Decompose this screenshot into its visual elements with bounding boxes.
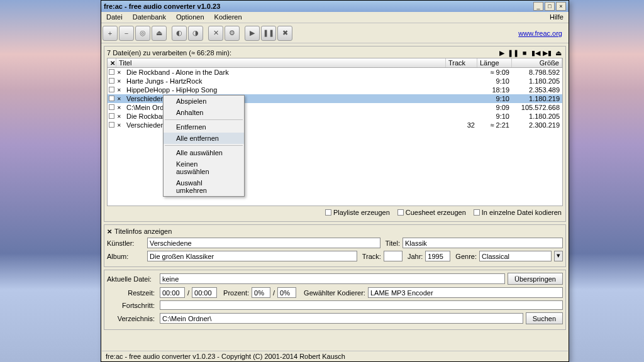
settings-icon[interactable]: ✕ (208, 26, 223, 41)
track-input[interactable] (384, 251, 402, 261)
progress-label: Fortschritt: (107, 302, 157, 309)
cm-remove[interactable]: Entfernen (164, 121, 244, 133)
album-input[interactable] (147, 251, 357, 261)
track-label: Track: (362, 253, 381, 260)
row-remove-icon[interactable]: ✕ (116, 104, 125, 111)
cm-invert[interactable]: Auswahl umkehren (164, 177, 244, 196)
genre-dropdown-icon[interactable]: ▾ (554, 251, 563, 261)
year-input[interactable] (425, 251, 450, 261)
row-size: 105.572.668 (512, 104, 562, 111)
minimize-button[interactable]: _ (533, 2, 543, 11)
close-button[interactable]: × (556, 2, 566, 11)
remaining-label: Restzeit: (107, 289, 157, 297)
menu-database[interactable]: Datenbank (128, 12, 171, 23)
row-length: 9:10 (477, 112, 512, 120)
titleinfo-section: ✕ Titelinfos anzeigen Künstler: Titel: A… (104, 224, 566, 267)
row-checkbox[interactable] (108, 69, 116, 76)
row-checkbox[interactable] (108, 77, 116, 85)
row-remove-icon[interactable]: ✕ (116, 122, 125, 128)
encoder-value: LAME MP3 Encoder (368, 287, 563, 298)
pb-pause-icon[interactable]: ❚❚ (509, 49, 518, 57)
col-title[interactable]: Titel (116, 58, 446, 67)
current-file-value: keine (160, 273, 505, 284)
col-track[interactable]: Track (446, 58, 477, 67)
row-track: 32 (446, 121, 477, 129)
list-header: ✕ Titel Track Länge Größe (107, 58, 563, 68)
cm-stop[interactable]: Anhalten (164, 107, 244, 118)
menu-options[interactable]: Optionen (171, 12, 209, 23)
titleinfo-close-icon[interactable]: ✕ (107, 228, 112, 235)
row-checkbox[interactable] (108, 121, 116, 129)
genre-input[interactable] (479, 251, 552, 261)
menu-help[interactable]: Hilfe (545, 12, 569, 23)
artist-input[interactable] (147, 238, 380, 248)
pb-next-icon[interactable]: ▶▮ (543, 49, 552, 57)
row-checkbox[interactable] (108, 95, 116, 102)
add-files-icon[interactable]: + (103, 26, 118, 41)
row-length: 18:19 (477, 86, 512, 94)
search-button[interactable]: Suchen (526, 312, 563, 324)
pause-icon[interactable]: ❚❚ (261, 26, 276, 41)
row-remove-icon[interactable]: ✕ (116, 113, 125, 119)
row-size: 2.353.489 (512, 86, 562, 94)
status-text: fre:ac - free audio converter v1.0.23 - … (106, 353, 345, 360)
list-row[interactable]: ✕Die Rockband - Alone in the Dark≈ 9:098… (108, 68, 562, 77)
row-remove-icon[interactable]: ✕ (116, 69, 125, 75)
titleinfo-heading[interactable]: ✕ Titelinfos anzeigen (107, 228, 563, 235)
skip-button[interactable]: Überspringen (508, 273, 563, 285)
row-title: Die Rockband - Alone in the Dark (125, 69, 446, 76)
stop-icon[interactable]: ✖ (277, 26, 292, 41)
file-count-label: 7 Datei(en) zu verarbeiten (≈ 66:28 min)… (107, 49, 231, 57)
chk-cuesheet[interactable]: Cuesheet erzeugen (397, 209, 466, 216)
row-remove-icon[interactable]: ✕ (116, 78, 125, 84)
row-length: 9:09 (477, 104, 512, 111)
list-row[interactable]: ✕HippeDeHopp - HipHop Song18:192.353.489 (108, 85, 562, 94)
row-size: 1.180.205 (512, 112, 562, 120)
title-input[interactable] (402, 238, 563, 248)
row-checkbox[interactable] (108, 104, 116, 111)
maximize-button[interactable]: □ (545, 2, 555, 11)
file-list-section: 7 Datei(en) zu verarbeiten (≈ 66:28 min)… (104, 46, 566, 222)
pb-play-icon[interactable]: ▶ (497, 49, 506, 57)
menu-encode[interactable]: Kodieren (209, 12, 247, 23)
percent-label: Prozent: (223, 289, 249, 297)
col-size[interactable]: Größe (512, 58, 562, 67)
pb-eject-icon[interactable]: ⏏ (554, 49, 563, 57)
header-close[interactable]: ✕ (108, 58, 116, 67)
cd-icon[interactable]: ◎ (135, 26, 150, 41)
row-size: 8.798.592 (512, 69, 562, 76)
dir-value: C:\Mein Ordner\ (160, 313, 523, 324)
toolbar: + − ◎ ⏏ ◐ ◑ ✕ ⚙ ▶ ❚❚ ✖ www.freac.org (101, 23, 569, 43)
dir-label: Verzeichnis: (107, 315, 157, 322)
row-checkbox[interactable] (108, 86, 116, 94)
file-list[interactable]: ✕Die Rockband - Alone in the Dark≈ 9:098… (107, 68, 563, 206)
remove-files-icon[interactable]: − (119, 26, 134, 41)
row-checkbox[interactable] (108, 112, 116, 120)
gear-icon[interactable]: ⚙ (225, 26, 240, 41)
row-length: 9:10 (477, 77, 512, 85)
row-length: 9:10 (477, 95, 512, 102)
play-icon[interactable]: ▶ (245, 26, 260, 41)
cm-remove-all[interactable]: Alle entfernen (164, 133, 244, 144)
pb-stop-icon[interactable]: ■ (520, 49, 529, 57)
menu-file[interactable]: Datei (101, 12, 128, 23)
percent-sep: / (273, 289, 275, 297)
chk-playlist[interactable]: Playliste erzeugen (325, 209, 390, 216)
pb-prev-icon[interactable]: ▮◀ (531, 49, 540, 57)
title-label: Titel: (386, 239, 400, 247)
chk-single-file[interactable]: In einzelne Datei kodieren (474, 209, 562, 216)
col-length[interactable]: Länge (477, 58, 512, 67)
cd-eject-icon[interactable]: ⏏ (152, 26, 167, 41)
db-submit-icon[interactable]: ◑ (188, 26, 203, 41)
website-link[interactable]: www.freac.org (518, 30, 562, 37)
cm-select-none[interactable]: Keinen auswählen (164, 158, 244, 177)
list-row[interactable]: ✕Harte Jungs - HartzRock9:101.180.205 (108, 77, 562, 85)
cm-play[interactable]: Abspielen (164, 96, 244, 107)
row-length: ≈ 2:21 (477, 121, 512, 129)
db-query-icon[interactable]: ◐ (172, 26, 187, 41)
row-size: 1.180.219 (512, 95, 562, 102)
percent2: 0% (277, 287, 296, 298)
row-remove-icon[interactable]: ✕ (116, 96, 125, 102)
cm-select-all[interactable]: Alle auswählen (164, 147, 244, 158)
row-remove-icon[interactable]: ✕ (116, 87, 125, 93)
